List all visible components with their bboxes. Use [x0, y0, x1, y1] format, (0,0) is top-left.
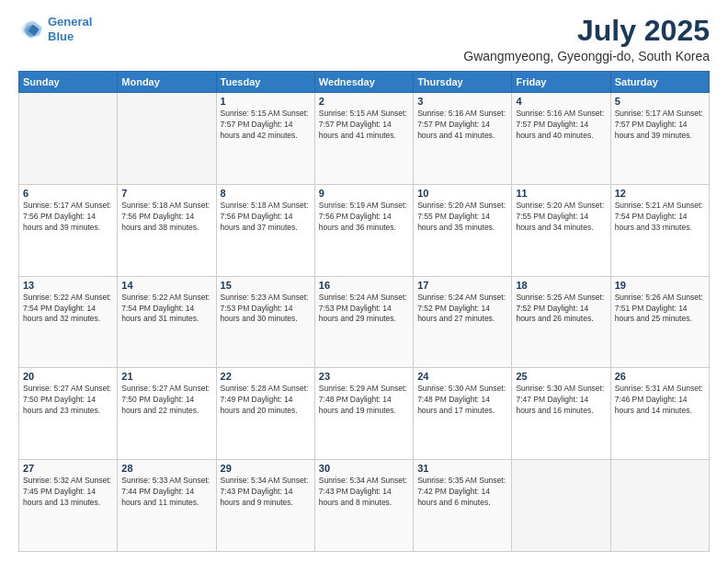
- day-number: 29: [221, 463, 311, 474]
- day-number: 26: [615, 371, 705, 382]
- day-info: Sunrise: 5:21 AM Sunset: 7:54 PM Dayligh…: [615, 201, 705, 234]
- day-info: Sunrise: 5:22 AM Sunset: 7:54 PM Dayligh…: [121, 293, 211, 326]
- main-title: July 2025: [463, 15, 710, 47]
- day-info: Sunrise: 5:32 AM Sunset: 7:45 PM Dayligh…: [23, 476, 113, 509]
- day-number: 18: [516, 280, 606, 291]
- day-info: Sunrise: 5:27 AM Sunset: 7:50 PM Dayligh…: [121, 384, 211, 417]
- calendar-cell: 31Sunrise: 5:35 AM Sunset: 7:42 PM Dayli…: [414, 460, 512, 552]
- day-number: 17: [417, 280, 507, 291]
- col-tuesday: Tuesday: [216, 72, 314, 93]
- calendar-cell: 23Sunrise: 5:29 AM Sunset: 7:48 PM Dayli…: [314, 368, 413, 460]
- calendar-body: 1Sunrise: 5:15 AM Sunset: 7:57 PM Daylig…: [19, 93, 710, 552]
- day-info: Sunrise: 5:23 AM Sunset: 7:53 PM Dayligh…: [221, 293, 311, 326]
- calendar-cell: 16Sunrise: 5:24 AM Sunset: 7:53 PM Dayli…: [314, 276, 413, 368]
- calendar-cell: 27Sunrise: 5:32 AM Sunset: 7:45 PM Dayli…: [19, 460, 118, 552]
- calendar-cell: 2Sunrise: 5:15 AM Sunset: 7:57 PM Daylig…: [314, 93, 413, 185]
- calendar-cell: 29Sunrise: 5:34 AM Sunset: 7:43 PM Dayli…: [216, 460, 314, 552]
- day-info: Sunrise: 5:35 AM Sunset: 7:42 PM Dayligh…: [417, 476, 507, 509]
- logo-line2: Blue: [48, 29, 74, 43]
- day-number: 28: [121, 463, 211, 474]
- calendar-cell: 25Sunrise: 5:30 AM Sunset: 7:47 PM Dayli…: [512, 368, 610, 460]
- col-friday: Friday: [512, 72, 610, 93]
- day-number: 19: [615, 280, 705, 291]
- day-info: Sunrise: 5:22 AM Sunset: 7:54 PM Dayligh…: [23, 293, 113, 326]
- header: General Blue July 2025 Gwangmyeong, Gyeo…: [18, 15, 710, 63]
- day-info: Sunrise: 5:31 AM Sunset: 7:46 PM Dayligh…: [615, 384, 705, 417]
- col-saturday: Saturday: [610, 72, 709, 93]
- day-number: 11: [516, 188, 606, 199]
- day-number: 2: [319, 96, 409, 107]
- calendar-cell: 13Sunrise: 5:22 AM Sunset: 7:54 PM Dayli…: [19, 276, 118, 368]
- day-number: 25: [516, 371, 606, 382]
- calendar-week-3: 13Sunrise: 5:22 AM Sunset: 7:54 PM Dayli…: [19, 276, 710, 368]
- title-block: July 2025 Gwangmyeong, Gyeonggi-do, Sout…: [463, 15, 710, 63]
- calendar-cell: 20Sunrise: 5:27 AM Sunset: 7:50 PM Dayli…: [19, 368, 118, 460]
- calendar-cell: [610, 460, 709, 552]
- day-number: 22: [221, 371, 311, 382]
- day-number: 1: [221, 96, 311, 107]
- day-number: 21: [121, 371, 211, 382]
- day-info: Sunrise: 5:29 AM Sunset: 7:48 PM Dayligh…: [319, 384, 409, 417]
- day-number: 16: [319, 280, 409, 291]
- day-number: 7: [121, 188, 211, 199]
- day-info: Sunrise: 5:24 AM Sunset: 7:52 PM Dayligh…: [417, 293, 507, 326]
- calendar-cell: 4Sunrise: 5:16 AM Sunset: 7:57 PM Daylig…: [512, 93, 610, 185]
- day-number: 14: [121, 280, 211, 291]
- day-info: Sunrise: 5:30 AM Sunset: 7:48 PM Dayligh…: [417, 384, 507, 417]
- calendar-header-row: Sunday Monday Tuesday Wednesday Thursday…: [19, 72, 710, 93]
- calendar-cell: 24Sunrise: 5:30 AM Sunset: 7:48 PM Dayli…: [414, 368, 512, 460]
- day-info: Sunrise: 5:17 AM Sunset: 7:57 PM Dayligh…: [615, 109, 705, 142]
- calendar-cell: 3Sunrise: 5:16 AM Sunset: 7:57 PM Daylig…: [414, 93, 512, 185]
- day-info: Sunrise: 5:15 AM Sunset: 7:57 PM Dayligh…: [319, 109, 409, 142]
- day-info: Sunrise: 5:33 AM Sunset: 7:44 PM Dayligh…: [121, 476, 211, 509]
- sub-title: Gwangmyeong, Gyeonggi-do, South Korea: [463, 49, 710, 63]
- day-number: 31: [417, 463, 507, 474]
- day-info: Sunrise: 5:34 AM Sunset: 7:43 PM Dayligh…: [221, 476, 311, 509]
- day-number: 23: [319, 371, 409, 382]
- day-info: Sunrise: 5:30 AM Sunset: 7:47 PM Dayligh…: [516, 384, 606, 417]
- day-number: 12: [615, 188, 705, 199]
- calendar-cell: 19Sunrise: 5:26 AM Sunset: 7:51 PM Dayli…: [610, 276, 709, 368]
- day-info: Sunrise: 5:16 AM Sunset: 7:57 PM Dayligh…: [516, 109, 606, 142]
- day-number: 30: [319, 463, 409, 474]
- calendar-cell: [512, 460, 610, 552]
- day-info: Sunrise: 5:24 AM Sunset: 7:53 PM Dayligh…: [319, 293, 409, 326]
- calendar-cell: 17Sunrise: 5:24 AM Sunset: 7:52 PM Dayli…: [414, 276, 512, 368]
- day-number: 5: [615, 96, 705, 107]
- calendar-cell: 11Sunrise: 5:20 AM Sunset: 7:55 PM Dayli…: [512, 184, 610, 276]
- calendar-cell: 12Sunrise: 5:21 AM Sunset: 7:54 PM Dayli…: [610, 184, 709, 276]
- col-thursday: Thursday: [414, 72, 512, 93]
- calendar-week-5: 27Sunrise: 5:32 AM Sunset: 7:45 PM Dayli…: [19, 460, 710, 552]
- logo-icon: [18, 17, 44, 42]
- day-number: 9: [319, 188, 409, 199]
- day-number: 13: [23, 280, 113, 291]
- calendar-week-1: 1Sunrise: 5:15 AM Sunset: 7:57 PM Daylig…: [19, 93, 710, 185]
- calendar-cell: [118, 93, 216, 185]
- day-info: Sunrise: 5:18 AM Sunset: 7:56 PM Dayligh…: [121, 201, 211, 234]
- calendar-cell: 1Sunrise: 5:15 AM Sunset: 7:57 PM Daylig…: [216, 93, 314, 185]
- calendar-cell: 15Sunrise: 5:23 AM Sunset: 7:53 PM Dayli…: [216, 276, 314, 368]
- day-number: 24: [417, 371, 507, 382]
- day-info: Sunrise: 5:25 AM Sunset: 7:52 PM Dayligh…: [516, 293, 606, 326]
- calendar-cell: 10Sunrise: 5:20 AM Sunset: 7:55 PM Dayli…: [414, 184, 512, 276]
- calendar-cell: 30Sunrise: 5:34 AM Sunset: 7:43 PM Dayli…: [314, 460, 413, 552]
- day-info: Sunrise: 5:26 AM Sunset: 7:51 PM Dayligh…: [615, 293, 705, 326]
- calendar-cell: 21Sunrise: 5:27 AM Sunset: 7:50 PM Dayli…: [118, 368, 216, 460]
- day-info: Sunrise: 5:34 AM Sunset: 7:43 PM Dayligh…: [319, 476, 409, 509]
- col-wednesday: Wednesday: [314, 72, 413, 93]
- calendar-cell: 6Sunrise: 5:17 AM Sunset: 7:56 PM Daylig…: [19, 184, 118, 276]
- day-info: Sunrise: 5:16 AM Sunset: 7:57 PM Dayligh…: [417, 109, 507, 142]
- logo: General Blue: [18, 15, 92, 43]
- page: General Blue July 2025 Gwangmyeong, Gyeo…: [0, 0, 728, 563]
- col-monday: Monday: [118, 72, 216, 93]
- day-number: 20: [23, 371, 113, 382]
- calendar-cell: 18Sunrise: 5:25 AM Sunset: 7:52 PM Dayli…: [512, 276, 610, 368]
- calendar: Sunday Monday Tuesday Wednesday Thursday…: [18, 71, 710, 552]
- day-number: 4: [516, 96, 606, 107]
- logo-text: General Blue: [48, 15, 92, 43]
- calendar-cell: 28Sunrise: 5:33 AM Sunset: 7:44 PM Dayli…: [118, 460, 216, 552]
- day-info: Sunrise: 5:15 AM Sunset: 7:57 PM Dayligh…: [221, 109, 311, 142]
- day-info: Sunrise: 5:17 AM Sunset: 7:56 PM Dayligh…: [23, 201, 113, 234]
- day-info: Sunrise: 5:20 AM Sunset: 7:55 PM Dayligh…: [516, 201, 606, 234]
- calendar-week-4: 20Sunrise: 5:27 AM Sunset: 7:50 PM Dayli…: [19, 368, 710, 460]
